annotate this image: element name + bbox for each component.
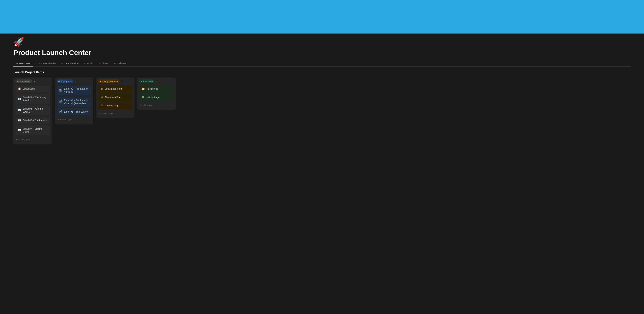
status-badge-not-started: Not started xyxy=(16,79,32,83)
tab-emails[interactable]: ⊞ Emails xyxy=(81,61,96,66)
column-header-in-progress: In progress 3 xyxy=(57,79,91,83)
column-launched: Launched 2 📁 Positioning 🖥 Waitlist Page… xyxy=(137,77,176,110)
card-thank-you-page[interactable]: 🖥 Thank You Page xyxy=(98,94,132,101)
status-dot-launched xyxy=(141,81,142,82)
card-email-5[interactable]: 📧 Email #5 – Join the Waitlist xyxy=(16,105,50,115)
board-title: Launch Project Items xyxy=(14,70,630,74)
email-1-icon: 🎬 xyxy=(59,110,62,113)
status-badge-in-progress: In progress xyxy=(57,79,73,83)
page-title: Product Launch Center xyxy=(14,49,630,57)
card-email-lead-form[interactable]: 🖥 Email Lead Form xyxy=(98,85,132,92)
email-3-icon: 🎬 xyxy=(59,89,62,92)
count-launched: 2 xyxy=(156,80,157,83)
board-area: Launch Project Items Not started 5 📋 Ema… xyxy=(0,70,644,151)
waitlist-page-icon: 🖥 xyxy=(142,96,144,99)
column-header-launched: Launched 2 xyxy=(139,79,174,83)
status-dot-ready xyxy=(100,81,101,82)
board-view-icon: ⊞ xyxy=(16,62,18,65)
plus-icon-in-progress: + xyxy=(57,118,59,121)
status-badge-ready: Ready to launch xyxy=(98,79,120,83)
task-timeline-icon: ▬ xyxy=(61,62,63,65)
hero-banner xyxy=(0,0,644,33)
card-email-script[interactable]: 📋 Email Script xyxy=(16,85,50,92)
videos-icon: ⊞ xyxy=(99,62,100,65)
card-waitlist-page[interactable]: 🖥 Waitlist Page xyxy=(139,94,174,101)
tab-videos[interactable]: ⊞ Videos xyxy=(96,61,112,66)
positioning-icon: 📁 xyxy=(142,87,145,90)
column-header-not-started: Not started 5 xyxy=(16,79,50,83)
new-page-ready[interactable]: + + New page xyxy=(98,111,132,116)
card-email-6[interactable]: 📧 Email #6 – The Launch xyxy=(16,117,50,124)
count-in-progress: 3 xyxy=(75,80,76,83)
tab-board-view[interactable]: ⊞ Board view xyxy=(14,61,33,66)
column-header-ready: Ready to launch 3 xyxy=(98,79,132,83)
column-in-progress: In progress 3 🎬 Email #3 – Pre-Launch Vi… xyxy=(55,77,93,124)
card-email-4[interactable]: 🎬 Email #4 – Pre-Launch Video #1 (Remind… xyxy=(57,97,91,107)
rocket-icon: 🚀 xyxy=(14,37,630,47)
tab-bar: ⊞ Board view □ Launch Calendar ▬ Task Ti… xyxy=(14,61,630,66)
launch-calendar-icon: □ xyxy=(36,62,37,65)
count-ready: 3 xyxy=(121,80,122,83)
card-email-1[interactable]: 🎬 Email #1 – The Survey xyxy=(57,108,91,115)
new-page-in-progress[interactable]: + + New page xyxy=(57,117,91,122)
email-6-icon: 📧 xyxy=(18,119,21,122)
plus-icon-launched: + xyxy=(140,104,142,107)
emails-icon: ⊞ xyxy=(84,62,86,65)
count-not-started: 5 xyxy=(34,80,35,83)
card-landing-page[interactable]: 🖥 Landing Page xyxy=(98,102,132,109)
landing-page-icon: 🖥 xyxy=(100,104,103,107)
board-columns: Not started 5 📋 Email Script 📧 Email #2 … xyxy=(14,77,630,144)
tab-websites[interactable]: ⊞ Websites xyxy=(112,61,129,66)
new-page-launched[interactable]: + + New page xyxy=(139,102,174,108)
email-2-icon: 📧 xyxy=(18,97,21,100)
card-email-7[interactable]: 📧 Email #7 – Closing Down xyxy=(16,125,50,135)
plus-icon-not-started: + xyxy=(16,138,18,141)
email-4-icon: 🎬 xyxy=(59,100,62,103)
tab-launch-calendar[interactable]: □ Launch Calendar xyxy=(33,61,58,66)
page-header: 🚀 Product Launch Center ⊞ Board view □ L… xyxy=(0,33,644,66)
status-dot-not-started xyxy=(17,81,18,82)
plus-icon-ready: + xyxy=(98,112,100,115)
thank-you-page-icon: 🖥 xyxy=(100,96,103,99)
email-5-icon: 📧 xyxy=(18,109,21,112)
new-page-not-started[interactable]: + + New page xyxy=(16,137,50,142)
card-email-2[interactable]: 📧 Email #2 – The Survey Results xyxy=(16,94,50,104)
email-lead-form-icon: 🖥 xyxy=(100,87,103,90)
websites-icon: ⊞ xyxy=(114,62,116,65)
email-script-icon: 📋 xyxy=(18,87,21,90)
column-ready-to-launch: Ready to launch 3 🖥 Email Lead Form 🖥 Th… xyxy=(96,77,134,118)
column-not-started: Not started 5 📋 Email Script 📧 Email #2 … xyxy=(14,77,52,144)
tab-task-timeline[interactable]: ▬ Task Timeline xyxy=(58,61,81,66)
card-positioning[interactable]: 📁 Positioning xyxy=(139,85,174,92)
status-dot-in-progress xyxy=(58,81,60,82)
card-email-3[interactable]: 🎬 Email #3 – Pre-Launch Video #1 xyxy=(57,85,91,95)
status-badge-launched: Launched xyxy=(139,79,154,83)
email-7-icon: 📧 xyxy=(18,129,21,132)
